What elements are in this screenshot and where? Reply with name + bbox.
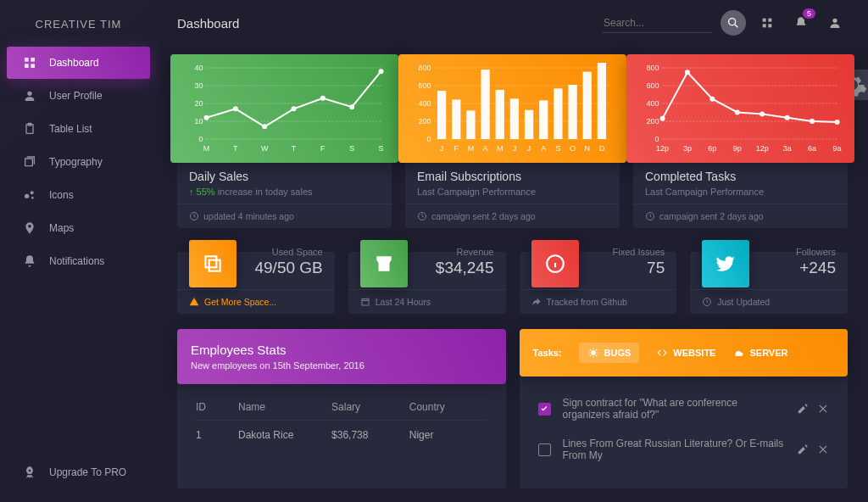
svg-rect-103 [209, 260, 220, 271]
search-input[interactable] [602, 14, 712, 33]
task-text: Lines From Great Russian Literature? Or … [563, 438, 786, 461]
svg-point-32 [379, 69, 384, 74]
task-item: Lines From Great Russian Literature? Or … [538, 429, 830, 470]
task-checkbox[interactable] [538, 403, 551, 416]
svg-text:200: 200 [646, 117, 659, 126]
svg-text:M: M [468, 144, 475, 153]
svg-text:30: 30 [194, 81, 203, 90]
svg-rect-12 [768, 19, 771, 22]
svg-point-92 [810, 119, 815, 124]
svg-point-89 [735, 110, 740, 115]
svg-text:0: 0 [426, 135, 431, 143]
edit-icon[interactable] [797, 403, 809, 415]
chart-footer: campaign sent 2 days ago [405, 204, 620, 228]
sidebar-item-label: Table List [49, 123, 92, 135]
edit-icon[interactable] [797, 443, 809, 455]
sidebar-item-table-list[interactable]: Table List [7, 113, 150, 145]
page-title: Dashboard [177, 16, 239, 31]
svg-rect-62 [598, 63, 606, 139]
stat-card-followers: Followers+245 Just Updated [690, 252, 848, 314]
sidebar-item-dashboard[interactable]: Dashboard [7, 47, 150, 79]
content: 010203040MTWTFSS Daily Sales ↑ 55% incre… [157, 42, 868, 502]
sidebar-item-user-profile[interactable]: User Profile [7, 80, 150, 112]
sidebar-item-notifications[interactable]: Notifications [7, 245, 150, 277]
svg-rect-51 [437, 91, 446, 139]
svg-text:A: A [483, 144, 488, 153]
sidebar-item-maps[interactable]: Maps [7, 212, 150, 244]
task-checkbox[interactable] [538, 443, 551, 456]
search-button[interactable] [721, 10, 746, 36]
sidebar-item-label: Maps [49, 222, 74, 234]
stat-footer: Tracked from Github [520, 289, 677, 314]
close-icon[interactable] [817, 403, 829, 415]
sidebar-item-label: Icons [49, 189, 74, 201]
svg-point-29 [292, 106, 297, 111]
svg-point-30 [320, 96, 326, 101]
svg-text:T: T [233, 144, 238, 153]
th-name: Name [238, 401, 331, 413]
tab-website[interactable]: WEBSITE [656, 347, 715, 359]
stat-footer-link[interactable]: Get More Space... [177, 289, 335, 314]
svg-rect-53 [466, 110, 475, 139]
tab-bugs[interactable]: BUGS [579, 343, 640, 363]
svg-text:3p: 3p [683, 144, 692, 153]
stat-card-fixed-issues: Fixed Issues75 Tracked from Github [520, 252, 677, 314]
chart-footer: campaign sent 2 days ago [633, 204, 848, 228]
svg-text:10: 10 [194, 117, 203, 126]
chart-card-daily-sales: 010203040MTWTFSS Daily Sales ↑ 55% incre… [177, 61, 392, 228]
svg-rect-54 [481, 70, 489, 139]
svg-text:6a: 6a [808, 144, 816, 153]
sidebar-nav: Dashboard User Profile Table List Typogr… [0, 46, 157, 455]
notifications-button[interactable]: 5 [788, 10, 814, 36]
sidebar-item-typography[interactable]: Typography [7, 146, 150, 178]
svg-text:9p: 9p [733, 144, 742, 153]
svg-rect-60 [568, 85, 576, 139]
chart-card-completed-tasks: 020040060080012p3p6p9p12p3a6a9a Complete… [633, 61, 848, 228]
chart-email-subscriptions: 0200400600800JFMAMJJASOND [398, 54, 626, 163]
chart-title: Email Subscriptions [417, 170, 608, 183]
employees-table: ID Name Salary Country 1 Dakota Rice $36… [184, 384, 499, 449]
brand-title: CREATIVE TIM [0, 13, 157, 46]
main: Dashboard 5 010203040MTWTFSS Daily Sales… [157, 0, 868, 502]
account-button[interactable] [822, 10, 848, 36]
svg-point-8 [31, 191, 34, 194]
svg-text:600: 600 [418, 81, 431, 90]
chart-subtitle: Last Campaign Performance [417, 187, 608, 197]
svg-point-7 [25, 194, 29, 198]
svg-text:A: A [541, 144, 546, 153]
tasks-card: Tasks: BUGS WEBSITE SERVER Sign contract… [520, 329, 849, 488]
svg-text:0: 0 [198, 135, 203, 143]
th-id: ID [196, 401, 238, 413]
svg-point-28 [262, 124, 267, 129]
svg-rect-3 [31, 64, 35, 68]
svg-text:400: 400 [418, 99, 431, 108]
sidebar-item-upgrade[interactable]: Upgrade To PRO [7, 456, 150, 488]
close-icon[interactable] [817, 443, 829, 455]
employees-subtitle: New employees on 15th September, 2016 [191, 360, 492, 371]
chart-completed-tasks: 020040060080012p3p6p9p12p3a6a9a [626, 54, 854, 163]
stat-card-used-space: Used Space49/50 GB Get More Space... [177, 252, 335, 314]
bubble-chart-icon [22, 187, 37, 203]
tasks-label: Tasks: [533, 348, 562, 358]
svg-text:S: S [378, 144, 383, 153]
tasks-header: Tasks: BUGS WEBSITE SERVER [520, 329, 849, 376]
svg-point-87 [685, 70, 690, 75]
svg-text:400: 400 [646, 99, 659, 108]
svg-rect-58 [539, 100, 548, 139]
svg-text:20: 20 [194, 99, 203, 108]
tab-server[interactable]: SERVER [732, 347, 787, 359]
stat-footer: Just Updated [690, 289, 848, 314]
sidebar-item-label: Upgrade To PRO [49, 466, 126, 478]
svg-text:600: 600 [646, 81, 659, 90]
apps-button[interactable] [754, 10, 780, 36]
stat-card-revenue: Revenue$34,245 Last 24 Hours [348, 252, 506, 314]
sidebar-item-icons[interactable]: Icons [7, 179, 150, 211]
svg-rect-105 [362, 299, 369, 306]
svg-text:W: W [261, 144, 269, 153]
svg-text:800: 800 [418, 64, 431, 72]
chart-daily-sales: 010203040MTWTFSS [170, 54, 398, 163]
clipboard-icon [22, 121, 37, 137]
svg-text:J: J [513, 144, 516, 153]
bell-icon [22, 254, 37, 269]
employees-title: Employees Stats [191, 343, 492, 357]
